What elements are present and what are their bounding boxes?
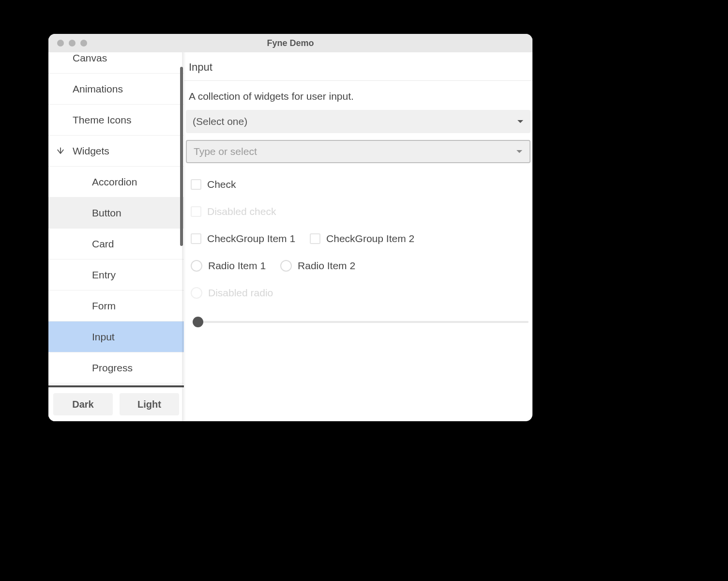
select-placeholder: (Select one) <box>193 116 247 127</box>
maximize-icon[interactable] <box>80 40 87 46</box>
sidebar-item-label: Input <box>92 331 115 343</box>
checkbox-icon[interactable] <box>191 233 201 244</box>
sidebar-item-animations[interactable]: Animations <box>48 74 184 105</box>
sidebar-item-label: Widgets <box>73 145 109 157</box>
radio-item-2[interactable]: Radio Item 2 <box>280 260 355 272</box>
sidebar-item-label: Accordion <box>92 176 137 188</box>
page-title: Input <box>189 61 528 74</box>
select-dropdown[interactable]: (Select one) <box>186 110 531 133</box>
sidebar-item-theme-icons[interactable]: Theme Icons <box>48 105 184 136</box>
combo-placeholder: Type or select <box>194 146 257 157</box>
slider-thumb[interactable] <box>193 317 203 327</box>
theme-buttons: Dark Light <box>48 387 184 421</box>
window-body: Canvas Animations Theme Icons Widgets <box>48 52 532 421</box>
sidebar-item-card[interactable]: Card <box>48 229 184 260</box>
close-icon[interactable] <box>57 40 64 46</box>
disabled-radio-row: Disabled radio <box>191 287 531 299</box>
check-item[interactable]: Check <box>191 179 236 190</box>
dark-theme-button[interactable]: Dark <box>53 393 113 415</box>
radio-label: Disabled radio <box>208 287 273 299</box>
checkbox-icon <box>191 206 201 217</box>
checkbox-icon[interactable] <box>191 179 201 190</box>
disabled-check-item: Disabled check <box>191 206 276 217</box>
disabled-radio-item: Disabled radio <box>191 287 273 299</box>
sidebar-item-label: Entry <box>92 269 116 281</box>
sidebar-item-label: Animations <box>73 83 123 95</box>
check-label: CheckGroup Item 1 <box>207 233 295 245</box>
sidebar-item-label: Theme Icons <box>73 114 131 126</box>
caret-down-icon <box>517 119 524 124</box>
sidebar-item-canvas[interactable]: Canvas <box>48 52 184 74</box>
button-label: Light <box>137 399 161 410</box>
input-controls: Check Disabled check CheckGroup Item 1 <box>184 170 532 328</box>
check-label: Check <box>207 179 236 190</box>
check-label: CheckGroup Item 2 <box>326 233 414 245</box>
disabled-check-row: Disabled check <box>191 206 531 217</box>
sidebar-scroll[interactable]: Canvas Animations Theme Icons Widgets <box>48 52 184 385</box>
radio-item-1[interactable]: Radio Item 1 <box>191 260 266 272</box>
radio-icon <box>191 287 202 299</box>
main-header: Input <box>184 52 532 81</box>
page-description: A collection of widgets for user input. <box>184 81 532 110</box>
checkgroup-row: CheckGroup Item 1 CheckGroup Item 2 <box>191 233 531 245</box>
radio-icon[interactable] <box>280 260 292 272</box>
sidebar-item-progress[interactable]: Progress <box>48 352 184 383</box>
light-theme-button[interactable]: Light <box>120 393 179 415</box>
radio-icon[interactable] <box>191 260 202 272</box>
chevron-down-icon[interactable] <box>55 146 66 156</box>
main-panel: Input A collection of widgets for user i… <box>184 52 532 421</box>
sidebar-item-label: Progress <box>92 362 133 374</box>
sidebar-item-widgets[interactable]: Widgets <box>48 136 184 167</box>
button-label: Dark <box>72 399 93 410</box>
sidebar-item-label: Button <box>92 207 121 219</box>
checkgroup-item-2[interactable]: CheckGroup Item 2 <box>310 233 414 245</box>
sidebar-item-label: Canvas <box>73 52 107 64</box>
app-window: Fyne Demo Canvas Animations Theme Icons <box>48 34 532 421</box>
traffic-lights <box>48 40 87 46</box>
sidebar-item-label: Form <box>92 300 116 312</box>
sidebar-item-form[interactable]: Form <box>48 290 184 321</box>
sidebar-item-entry[interactable]: Entry <box>48 260 184 290</box>
caret-down-icon[interactable] <box>516 149 523 154</box>
slider-track[interactable] <box>193 321 529 323</box>
check-row: Check <box>191 179 531 190</box>
sidebar-item-accordion[interactable]: Accordion <box>48 167 184 198</box>
window-title: Fyne Demo <box>48 38 532 48</box>
sidebar-list: Canvas Animations Theme Icons Widgets <box>48 52 184 383</box>
checkgroup-item-1[interactable]: CheckGroup Item 1 <box>191 233 295 245</box>
minimize-icon[interactable] <box>69 40 76 46</box>
slider[interactable] <box>193 316 529 328</box>
select-entry-combo[interactable]: Type or select <box>186 140 531 163</box>
sidebar-item-input[interactable]: Input <box>48 321 184 352</box>
sidebar-item-button[interactable]: Button <box>48 198 184 229</box>
radio-row: Radio Item 1 Radio Item 2 <box>191 260 531 272</box>
sidebar-item-label: Card <box>92 238 114 250</box>
radio-label: Radio Item 1 <box>208 260 266 272</box>
radio-label: Radio Item 2 <box>298 260 355 272</box>
titlebar[interactable]: Fyne Demo <box>48 34 532 52</box>
checkbox-icon[interactable] <box>310 233 320 244</box>
check-label: Disabled check <box>207 206 276 217</box>
sidebar: Canvas Animations Theme Icons Widgets <box>48 52 184 421</box>
panel-separator <box>182 52 186 421</box>
